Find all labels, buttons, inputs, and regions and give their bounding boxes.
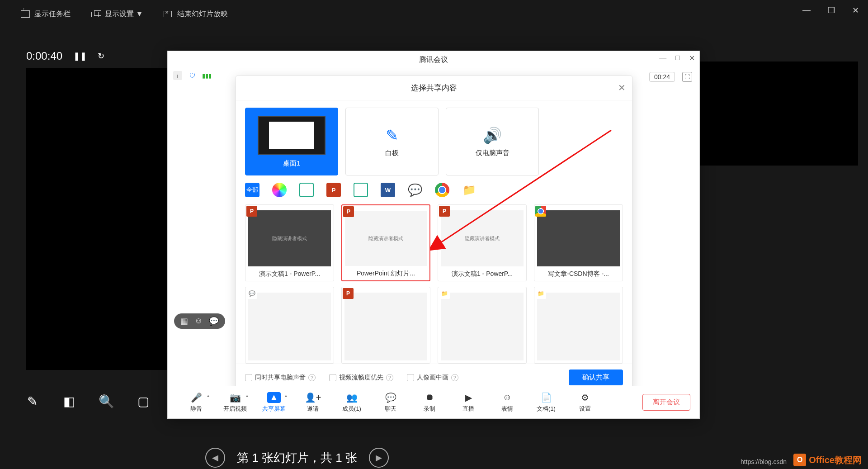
timer-reset-button[interactable]: ↻: [98, 51, 104, 61]
mic-icon: 🎤: [191, 392, 202, 403]
leave-meeting-button[interactable]: 离开会议: [642, 394, 690, 411]
video-button[interactable]: 📷开启视频▴: [216, 392, 255, 413]
share-window-item[interactable]: P隐藏演讲者模式PowerPoint 幻灯片...: [341, 204, 430, 281]
presenter-timer: 0:00:40: [26, 50, 62, 62]
filter-color-icon[interactable]: [272, 183, 287, 197]
share-screen-button[interactable]: ▲共享屏幕▴: [255, 392, 293, 413]
share-window-item[interactable]: 📁: [438, 287, 527, 364]
meeting-close-button[interactable]: ✕: [689, 54, 695, 62]
pen-tool-button[interactable]: ✎: [23, 392, 42, 411]
share-desktop-option[interactable]: 桌面1: [245, 108, 338, 175]
grid-view-icon[interactable]: ▦: [180, 316, 188, 326]
invite-label: 邀请: [307, 405, 319, 413]
window-maximize-button[interactable]: ❐: [828, 5, 835, 15]
mute-button[interactable]: 🎤静音▴: [177, 392, 216, 413]
share-window-item[interactable]: P隐藏演讲者模式演示文稿1 - PowerP...: [245, 204, 334, 281]
speaker-icon: 🔊: [483, 126, 502, 144]
members-icon: 👥: [346, 392, 358, 403]
filter-wechat-icon[interactable]: 💬: [408, 183, 422, 197]
slide-count-label: 第 1 张幻灯片，共 1 张: [237, 450, 357, 466]
help-icon[interactable]: ?: [386, 374, 393, 381]
zoom-button[interactable]: 🔍: [97, 392, 116, 411]
filter-word-icon[interactable]: W: [381, 183, 395, 197]
info-icon[interactable]: i: [173, 71, 182, 80]
folder-badge-icon: 📁: [535, 288, 546, 299]
pip-checkbox-label: 人像画中画: [417, 374, 448, 382]
emoji-icon: ☺: [503, 392, 512, 403]
share-window-item[interactable]: P隐藏演讲者模式演示文稿1 - PowerP...: [438, 204, 527, 281]
chat-button[interactable]: 💬聊天: [371, 392, 410, 413]
filter-chrome-icon[interactable]: [435, 183, 449, 197]
share-window-item[interactable]: 写文章-CSDN博客 -...: [534, 204, 623, 281]
window-caption: 写文章-CSDN博客 -...: [537, 266, 620, 278]
live-icon: ▶: [465, 392, 472, 403]
filter-all-button[interactable]: 全部: [245, 183, 259, 197]
chevron-up-icon[interactable]: ▴: [207, 393, 209, 398]
shield-icon[interactable]: 🛡: [188, 71, 197, 80]
end-slideshow-button[interactable]: 结束幻灯片放映: [164, 9, 228, 19]
docs-icon: 📄: [541, 392, 552, 403]
meeting-fullscreen-button[interactable]: [682, 72, 692, 82]
docs-label: 文档(1): [537, 405, 556, 413]
reaction-bar[interactable]: ▦ ☺ 💬: [174, 313, 225, 329]
emoji-button[interactable]: ☺表情: [488, 392, 527, 413]
source-url: https://blog.csdn: [741, 458, 787, 465]
fluency-checkbox-label: 视频流畅度优先: [339, 374, 383, 382]
invite-button[interactable]: 👤+邀请: [293, 392, 332, 413]
live-button[interactable]: ▶直播: [449, 392, 488, 413]
ppt-badge-icon: P: [246, 206, 257, 217]
window-thumbnail: [537, 293, 620, 360]
record-button[interactable]: ⏺录制: [410, 392, 449, 413]
share-whiteboard-option[interactable]: ✎ 白板: [345, 108, 439, 175]
chrome-badge-icon: [535, 206, 546, 217]
timer-pause-button[interactable]: ❚❚: [73, 51, 87, 61]
signal-icon[interactable]: ▮▮▮: [202, 71, 211, 80]
dialog-close-button[interactable]: ✕: [618, 82, 626, 93]
filter-app1-icon[interactable]: [299, 183, 314, 197]
chat-bubble-icon[interactable]: 💬: [209, 316, 219, 326]
window-minimize-button[interactable]: —: [802, 5, 811, 15]
prev-slide-button[interactable]: ◀: [205, 448, 225, 468]
share-audio-checkbox[interactable]: 同时共享电脑声音?: [245, 374, 316, 382]
confirm-share-button[interactable]: 确认共享: [569, 370, 623, 385]
share-audio-checkbox-label: 同时共享电脑声音: [255, 374, 306, 382]
office-logo-icon: O: [793, 454, 806, 466]
see-all-slides-button[interactable]: ◧: [60, 392, 79, 411]
window-thumbnail: [344, 293, 427, 360]
display-settings-button[interactable]: 显示设置 ▼: [91, 9, 143, 19]
share-audio-option[interactable]: 🔊 仅电脑声音: [446, 108, 539, 175]
filter-powerpoint-icon[interactable]: P: [326, 183, 341, 197]
next-slide-button[interactable]: ▶: [369, 448, 389, 468]
meeting-maximize-button[interactable]: □: [675, 54, 680, 62]
members-button[interactable]: 👥成员(1): [332, 392, 371, 413]
filter-folder-icon[interactable]: 📁: [462, 183, 476, 197]
pip-checkbox[interactable]: 人像画中画?: [407, 374, 458, 382]
show-taskbar-button[interactable]: 显示任务栏: [21, 9, 71, 19]
window-close-button[interactable]: ✕: [852, 5, 859, 15]
meeting-minimize-button[interactable]: —: [659, 54, 666, 62]
show-taskbar-label: 显示任务栏: [34, 9, 71, 19]
mute-label: 静音: [190, 405, 202, 413]
settings-label: 设置: [579, 405, 591, 413]
record-label: 录制: [424, 405, 435, 413]
window-caption: 演示文稿1 - PowerP...: [441, 266, 524, 278]
share-window-item[interactable]: 📁: [534, 287, 623, 364]
share-window-item[interactable]: P: [341, 287, 430, 364]
help-icon[interactable]: ?: [308, 374, 316, 381]
chevron-up-icon[interactable]: ▴: [246, 393, 248, 398]
filter-app2-icon[interactable]: [354, 183, 368, 197]
display-settings-label: 显示设置 ▼: [105, 9, 143, 19]
subtitle-button[interactable]: ▢: [134, 392, 153, 411]
docs-button[interactable]: 📄文档(1): [527, 392, 566, 413]
smile-icon[interactable]: ☺: [194, 316, 203, 326]
chevron-up-icon[interactable]: ▴: [285, 393, 287, 398]
window-thumbnail: 隐藏演讲者模式: [441, 210, 524, 266]
end-icon: [164, 10, 173, 18]
share-window-item[interactable]: 💬: [245, 287, 334, 364]
desktop-thumb-icon: [258, 116, 326, 155]
share-label: 共享屏幕: [262, 405, 286, 413]
meeting-title: 腾讯会议: [419, 55, 448, 65]
help-icon[interactable]: ?: [451, 374, 458, 381]
fluency-checkbox[interactable]: 视频流畅度优先?: [329, 374, 393, 382]
settings-button[interactable]: ⚙设置: [566, 392, 604, 413]
